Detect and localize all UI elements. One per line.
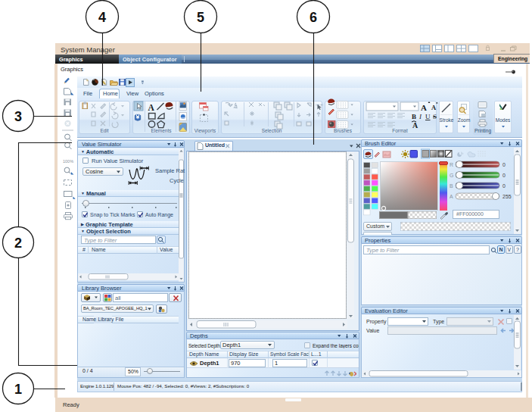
svg-text:3: 3 — [14, 109, 22, 124]
svg-text:5: 5 — [197, 10, 204, 25]
svg-text:6: 6 — [310, 10, 317, 25]
svg-text:2: 2 — [14, 236, 22, 251]
svg-text:4: 4 — [98, 10, 106, 25]
svg-text:1: 1 — [14, 382, 22, 397]
